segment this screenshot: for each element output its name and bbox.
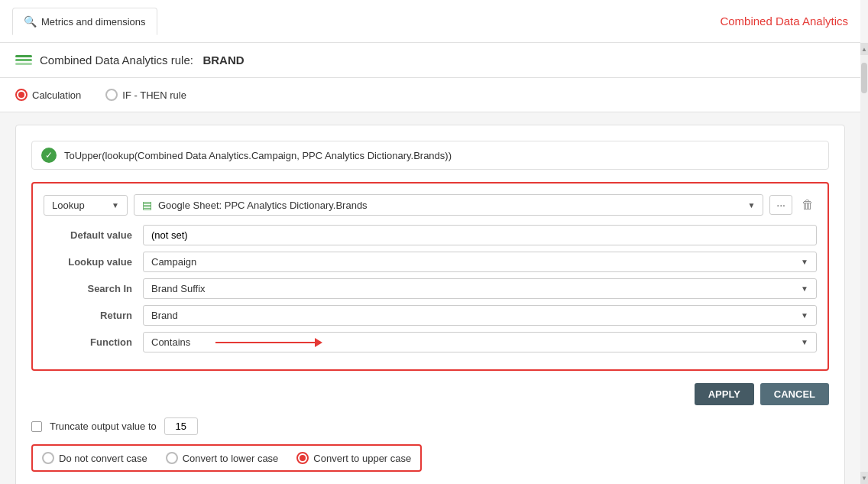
radio-lower-label: Convert to lower case bbox=[183, 453, 279, 464]
radio-no-convert[interactable]: Do not convert case bbox=[42, 452, 147, 464]
search-in-dropdown[interactable]: Brand Suffix ▼ bbox=[143, 278, 817, 299]
truncate-input[interactable] bbox=[164, 417, 198, 435]
chevron-down-icon: ▼ bbox=[801, 284, 808, 293]
header: 🔍 Metrics and dimensions Combined Data A… bbox=[0, 0, 860, 43]
formula-bar: ✓ ToUpper(lookup(Combined Data Analytics… bbox=[31, 141, 829, 170]
app-title: Combined Data Analytics bbox=[720, 15, 848, 28]
rule-name: BRAND bbox=[202, 54, 244, 67]
chevron-down-icon: ▼ bbox=[801, 258, 808, 266]
lookup-value-dropdown[interactable]: Campaign ▼ bbox=[143, 252, 817, 272]
radio-calculation-label: Calculation bbox=[32, 89, 81, 101]
return-dropdown[interactable]: Brand ▼ bbox=[143, 305, 817, 326]
default-value-input[interactable] bbox=[143, 225, 817, 245]
chevron-down-icon: ▼ bbox=[801, 311, 808, 320]
lookup-value-text: Campaign bbox=[151, 256, 196, 268]
scroll-down-button[interactable]: ▼ bbox=[860, 472, 868, 484]
return-row: Return Brand ▼ bbox=[44, 305, 817, 326]
case-options-group: Do not convert case Convert to lower cas… bbox=[31, 444, 422, 472]
page-wrapper: 🔍 Metrics and dimensions Combined Data A… bbox=[0, 0, 868, 484]
sheet-dropdown[interactable]: ▤ Google Sheet: PPC Analytics Dictionary… bbox=[134, 194, 763, 216]
function-label: Function bbox=[44, 336, 143, 348]
function-row: Function Contains ▼ bbox=[44, 332, 817, 352]
scroll-track bbox=[860, 55, 868, 472]
truncate-checkbox[interactable] bbox=[31, 421, 42, 432]
search-in-label: Search In bbox=[44, 283, 143, 294]
radio-if-then-circle bbox=[105, 89, 118, 101]
action-buttons-row: APPLY CANCEL bbox=[31, 371, 829, 405]
truncate-label: Truncate output value to bbox=[50, 421, 157, 432]
radio-upper-circle bbox=[296, 452, 309, 464]
return-label: Return bbox=[44, 310, 143, 321]
sub-header-title: Combined Data Analytics rule: BRAND bbox=[40, 54, 245, 67]
delete-button[interactable]: 🗑 bbox=[798, 195, 817, 215]
sheet-icon: ▤ bbox=[142, 199, 152, 211]
search-in-text: Brand Suffix bbox=[151, 283, 206, 294]
rule-prefix: Combined Data Analytics rule: bbox=[40, 54, 193, 67]
tab-metrics-dimensions[interactable]: 🔍 Metrics and dimensions bbox=[12, 8, 157, 35]
radio-no-convert-label: Do not convert case bbox=[59, 453, 147, 464]
radio-calculation[interactable]: Calculation bbox=[15, 89, 81, 101]
search-icon: 🔍 bbox=[24, 15, 37, 28]
scrollbar[interactable]: ▲ ▼ bbox=[860, 43, 868, 484]
radio-calculation-circle bbox=[15, 89, 28, 101]
radio-if-then-label: IF - THEN rule bbox=[122, 89, 186, 101]
card: ✓ ToUpper(lookup(Combined Data Analytics… bbox=[15, 125, 845, 484]
lookup-value-label: Lookup value bbox=[44, 256, 143, 268]
content-area: 🔍 Metrics and dimensions Combined Data A… bbox=[0, 0, 860, 484]
radio-upper-label: Convert to upper case bbox=[313, 453, 411, 464]
bottom-options: Truncate output value to Do not convert … bbox=[31, 405, 829, 472]
sheet-chevron-down-icon: ▼ bbox=[747, 201, 755, 210]
radio-upper-case[interactable]: Convert to upper case bbox=[296, 452, 411, 464]
main-content: ✓ ToUpper(lookup(Combined Data Analytics… bbox=[0, 112, 860, 484]
radio-no-convert-circle bbox=[42, 452, 54, 464]
tab-label: Metrics and dimensions bbox=[41, 16, 146, 28]
check-icon: ✓ bbox=[41, 148, 57, 163]
lookup-value-row: Lookup value Campaign ▼ bbox=[44, 252, 817, 272]
chevron-down-icon: ▼ bbox=[112, 201, 119, 210]
cancel-button[interactable]: CANCEL bbox=[760, 383, 829, 405]
default-value-label: Default value bbox=[44, 229, 143, 241]
chevron-down-icon: ▼ bbox=[801, 338, 808, 346]
ellipsis-button[interactable]: ··· bbox=[769, 195, 792, 215]
radio-if-then[interactable]: IF - THEN rule bbox=[105, 89, 186, 101]
sheet-label: Google Sheet: PPC Analytics Dictionary.B… bbox=[158, 200, 741, 211]
apply-button[interactable]: APPLY bbox=[695, 383, 754, 405]
radio-lower-case[interactable]: Convert to lower case bbox=[166, 452, 279, 464]
function-text: Contains bbox=[151, 336, 190, 348]
search-in-row: Search In Brand Suffix ▼ bbox=[44, 278, 817, 299]
radio-lower-circle bbox=[166, 452, 178, 464]
return-text: Brand bbox=[151, 310, 178, 321]
lookup-top-row: Lookup ▼ ▤ Google Sheet: PPC Analytics D… bbox=[44, 194, 817, 216]
lookup-type-dropdown[interactable]: Lookup ▼ bbox=[44, 195, 128, 216]
data-source-icon bbox=[15, 55, 32, 65]
formula-text: ToUpper(lookup(Combined Data Analytics.C… bbox=[64, 150, 452, 161]
lookup-type-label: Lookup bbox=[52, 200, 85, 211]
scroll-up-button[interactable]: ▲ bbox=[860, 43, 868, 55]
rule-type-row: Calculation IF - THEN rule bbox=[0, 78, 860, 112]
lookup-box: Lookup ▼ ▤ Google Sheet: PPC Analytics D… bbox=[31, 182, 829, 371]
default-value-row: Default value bbox=[44, 225, 817, 245]
sub-header: Combined Data Analytics rule: BRAND bbox=[0, 43, 860, 78]
scroll-thumb[interactable] bbox=[861, 63, 867, 93]
truncate-row: Truncate output value to bbox=[31, 417, 829, 435]
function-dropdown[interactable]: Contains ▼ bbox=[143, 332, 817, 352]
